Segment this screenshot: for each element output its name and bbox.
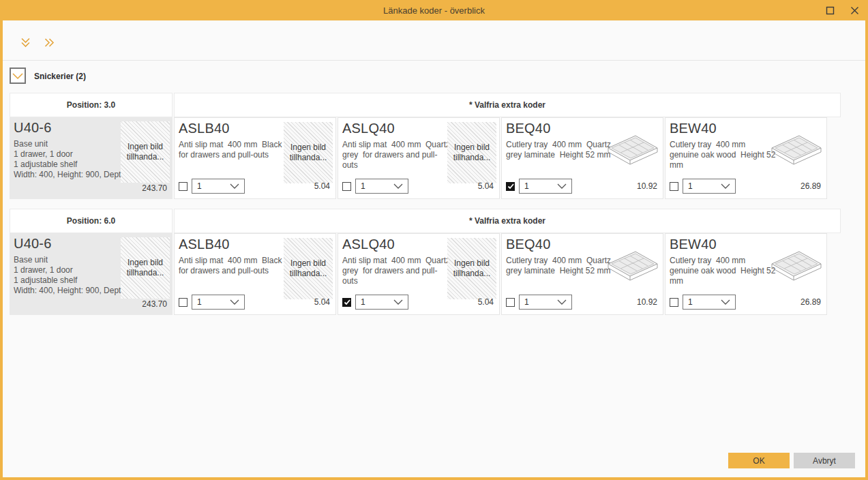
option-card: ASLB40 Anti slip mat 400 mm Black for dr… <box>174 233 336 315</box>
toolbar <box>19 36 55 48</box>
product-description: Anti slip mat 400 mm Black for drawers a… <box>179 256 288 276</box>
quantity-select[interactable]: 1 <box>519 295 572 310</box>
maximize-icon <box>826 6 835 15</box>
product-description: Base unit 1 drawer, 1 door 1 adjustable … <box>14 255 121 296</box>
optional-codes-header: * Valfria extra koder <box>174 93 841 117</box>
cutlery-tray-image <box>768 129 825 168</box>
price: 26.89 <box>800 297 821 307</box>
quantity-select[interactable]: 1 <box>355 179 408 194</box>
position-header: Position: 3.0 <box>10 93 173 117</box>
product-description: Base unit 1 drawer, 1 door 1 adjustable … <box>14 139 121 180</box>
product-description: Cutlery tray 400 mm genuine oak wood Hei… <box>670 256 779 286</box>
product-code: BEW40 <box>670 121 717 136</box>
section-collapse-button[interactable] <box>10 68 26 84</box>
cutlery-tray-image <box>604 129 661 168</box>
quantity-value: 1 <box>197 181 202 191</box>
chevron-down-icon <box>721 183 730 189</box>
cutlery-tray-image <box>768 245 825 284</box>
double-chevron-right-icon <box>44 37 55 48</box>
product-code: BEQ40 <box>506 121 550 136</box>
maximize-button[interactable] <box>824 5 835 16</box>
chevron-down-icon <box>393 299 403 305</box>
titlebar: Länkade koder - överblick <box>0 0 868 20</box>
select-checkbox[interactable] <box>342 298 351 307</box>
chevron-down-icon <box>12 72 24 80</box>
position-header: Position: 6.0 <box>10 209 173 233</box>
no-image-placeholder: Ingen bild tillhanda... <box>284 122 333 183</box>
window-border-left <box>0 0 3 480</box>
select-checkbox[interactable] <box>179 182 188 191</box>
product-description: Cutlery tray 400 mm Quartz grey laminate… <box>506 256 615 276</box>
main-product-card: U40-6 Base unit 1 drawer, 1 door 1 adjus… <box>10 117 173 199</box>
quantity-value: 1 <box>688 297 693 307</box>
ok-button[interactable]: OK <box>728 453 790 468</box>
quantity-value: 1 <box>361 297 365 307</box>
quantity-value: 1 <box>197 297 202 307</box>
chevron-down-icon <box>230 299 239 305</box>
product-description: Cutlery tray 400 mm genuine oak wood Hei… <box>670 140 779 170</box>
no-image-placeholder: Ingen bild tillhanda... <box>447 122 496 183</box>
cancel-button[interactable]: Avbryt <box>794 453 855 468</box>
option-card: ASLQ40 Anti slip mat 400 mm Quartz grey … <box>338 117 500 199</box>
position-group: Position: 3.0 * Valfria extra koder U40-… <box>10 93 841 199</box>
product-description: Anti slip mat 400 mm Quartz grey for dra… <box>342 256 451 286</box>
position-group: Position: 6.0 * Valfria extra koder U40-… <box>10 209 841 315</box>
price: 5.04 <box>314 181 330 191</box>
price: 10.92 <box>637 297 657 307</box>
select-checkbox[interactable] <box>179 298 188 307</box>
chevron-down-icon <box>230 183 239 189</box>
product-description: Anti slip mat 400 mm Black for drawers a… <box>179 140 288 160</box>
no-image-placeholder: Ingen bild tillhanda... <box>284 238 333 299</box>
chevron-down-icon <box>557 299 567 305</box>
quantity-select[interactable]: 1 <box>519 179 572 194</box>
quantity-value: 1 <box>361 181 365 191</box>
quantity-select[interactable]: 1 <box>355 295 408 310</box>
product-code: ASLQ40 <box>342 237 395 252</box>
product-description: Cutlery tray 400 mm Quartz grey laminate… <box>506 140 615 160</box>
product-code: U40-6 <box>14 120 51 136</box>
product-code: U40-6 <box>14 236 51 252</box>
quantity-select[interactable]: 1 <box>683 179 736 194</box>
product-code: BEQ40 <box>506 237 550 252</box>
quantity-value: 1 <box>688 181 693 191</box>
window-title: Länkade koder - överblick <box>383 5 485 16</box>
option-card: ASLB40 Anti slip mat 400 mm Black for dr… <box>174 117 336 199</box>
expand-all-button[interactable] <box>43 36 55 48</box>
toolbar-divider <box>0 60 868 61</box>
quantity-value: 1 <box>524 181 529 191</box>
option-card: BEW40 Cutlery tray 400 mm genuine oak wo… <box>665 233 827 315</box>
option-card: BEQ40 Cutlery tray 400 mm Quartz grey la… <box>501 233 663 315</box>
no-image-placeholder: Ingen bild tillhanda... <box>447 238 496 299</box>
quantity-select[interactable]: 1 <box>192 179 245 194</box>
collapse-all-button[interactable] <box>19 36 31 48</box>
select-checkbox[interactable] <box>506 182 515 191</box>
quantity-select[interactable]: 1 <box>192 295 245 310</box>
close-icon <box>850 6 859 15</box>
product-code: ASLB40 <box>179 237 230 252</box>
select-checkbox[interactable] <box>670 182 678 191</box>
window-border-right <box>865 0 868 480</box>
select-checkbox[interactable] <box>506 298 515 307</box>
quantity-value: 1 <box>524 297 529 307</box>
dialog-footer: OK Avbryt <box>728 453 855 468</box>
window-border-bottom <box>0 477 868 480</box>
option-card: ASLQ40 Anti slip mat 400 mm Quartz grey … <box>338 233 500 315</box>
price: 5.04 <box>314 297 330 307</box>
price: 243.70 <box>142 299 167 309</box>
option-card: BEQ40 Cutlery tray 400 mm Quartz grey la… <box>501 117 663 199</box>
section-label: Snickerier (2) <box>34 72 86 81</box>
optional-codes-header: * Valfria extra koder <box>174 209 841 233</box>
main-product-card: U40-6 Base unit 1 drawer, 1 door 1 adjus… <box>10 233 173 315</box>
cutlery-tray-image <box>604 245 661 284</box>
quantity-select[interactable]: 1 <box>683 295 736 310</box>
select-checkbox[interactable] <box>670 298 678 307</box>
price: 243.70 <box>142 183 167 193</box>
dialog-window: Länkade koder - överblick <box>0 0 868 480</box>
price: 26.89 <box>800 181 821 191</box>
close-button[interactable] <box>849 5 860 16</box>
select-checkbox[interactable] <box>342 182 351 191</box>
no-image-placeholder: Ingen bild tillhanda... <box>121 237 170 299</box>
option-card: BEW40 Cutlery tray 400 mm genuine oak wo… <box>665 117 827 199</box>
product-code: ASLB40 <box>179 121 230 136</box>
product-code: BEW40 <box>670 237 717 252</box>
